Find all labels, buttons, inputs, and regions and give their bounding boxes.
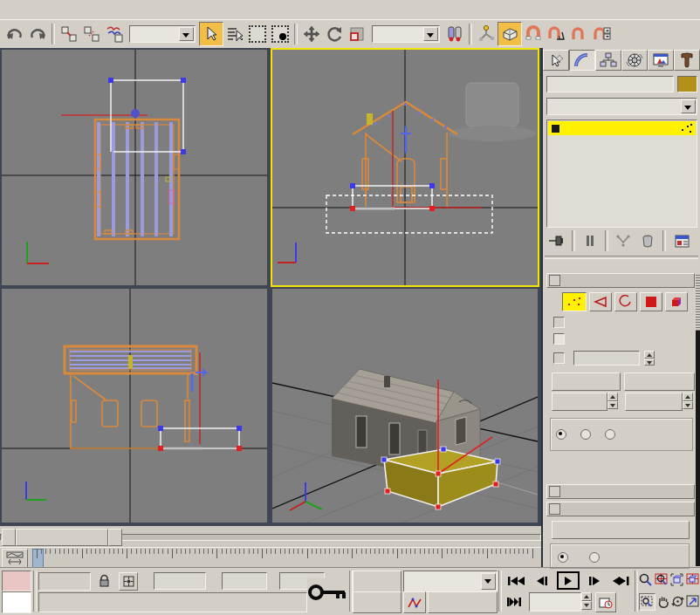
pin-stack-button[interactable] — [543, 232, 569, 249]
by-angle-spinner[interactable] — [644, 351, 655, 366]
object-name-field[interactable] — [546, 76, 674, 92]
stack-expand-toggle[interactable] — [552, 125, 559, 133]
configure-modifier-sets-button[interactable] — [669, 232, 695, 249]
modifier-stack-list[interactable] — [546, 120, 697, 228]
undo-button[interactable] — [3, 23, 26, 45]
zoom-extents-all-button[interactable] — [686, 572, 699, 587]
time-slider-prev-button[interactable] — [2, 529, 16, 546]
menu-modifiers[interactable] — [94, 7, 110, 12]
by-angle-checkbox[interactable] — [553, 352, 565, 364]
select-by-name-button[interactable] — [223, 23, 246, 45]
select-and-link-button[interactable] — [58, 23, 80, 45]
border-subobject-button[interactable] — [614, 292, 637, 311]
next-frame-button[interactable] — [583, 571, 605, 590]
time-configuration-button[interactable] — [595, 592, 616, 612]
go-to-start-button[interactable] — [504, 571, 528, 590]
time-slider-handle[interactable] — [16, 529, 108, 546]
use-pivot-point-center-button[interactable] — [443, 23, 466, 45]
pan-button[interactable] — [656, 593, 669, 609]
shrink-button[interactable] — [552, 372, 621, 391]
remove-modifier-button[interactable] — [635, 232, 660, 249]
reference-coordinate-dropdown[interactable] — [372, 25, 440, 43]
loop-spinner[interactable] — [683, 393, 693, 409]
ring-button[interactable] — [552, 393, 607, 411]
ring-spinner[interactable] — [607, 393, 618, 409]
edge-subobject-button[interactable] — [589, 292, 612, 311]
object-color-swatch[interactable] — [677, 76, 697, 92]
select-object-button[interactable] — [199, 22, 223, 46]
select-and-scale-button[interactable] — [346, 23, 368, 45]
auto-key-button[interactable] — [353, 571, 401, 592]
window-crossing-button[interactable] — [269, 23, 292, 45]
select-and-move-button[interactable] — [300, 23, 323, 45]
menu-animation[interactable] — [110, 7, 126, 12]
tab-display[interactable] — [648, 50, 674, 71]
viewport-back[interactable] — [272, 50, 538, 285]
selection-filter-arrow-icon[interactable] — [179, 27, 194, 41]
redo-button[interactable] — [26, 23, 49, 45]
select-and-manipulate-button[interactable] — [475, 23, 498, 45]
absolute-mode-button[interactable] — [119, 572, 138, 591]
by-angle-field[interactable] — [573, 351, 640, 366]
zoom-extents-button[interactable] — [670, 572, 683, 587]
by-vertex-checkbox[interactable] — [553, 317, 565, 328]
menu-maxscript[interactable] — [173, 7, 189, 12]
track-ruler[interactable] — [28, 548, 538, 567]
collapse-icon[interactable] — [549, 503, 560, 515]
ignore-backfacing-checkbox[interactable] — [553, 333, 565, 345]
unlink-selection-button[interactable] — [80, 23, 103, 45]
bind-to-space-warp-button[interactable] — [103, 23, 126, 45]
stack-item-editable-poly[interactable] — [548, 121, 696, 135]
menu-views[interactable] — [63, 7, 79, 12]
element-subobject-button[interactable] — [665, 292, 688, 311]
reference-coordinate-arrow-icon[interactable] — [423, 27, 438, 41]
angle-snap-button[interactable] — [545, 23, 567, 45]
key-mode-arrow-icon[interactable] — [481, 573, 496, 590]
min-max-toggle-button[interactable] — [686, 593, 699, 609]
make-unique-button[interactable] — [611, 232, 635, 249]
menu-rendering[interactable] — [141, 7, 157, 12]
constraint-edge-radio[interactable] — [589, 552, 600, 563]
tab-create[interactable] — [543, 50, 569, 71]
select-and-rotate-button[interactable] — [323, 23, 346, 45]
rectangular-selection-region-button[interactable] — [246, 23, 269, 45]
play-button[interactable] — [557, 571, 580, 590]
key-mode-dropdown[interactable] — [403, 571, 498, 592]
menu-edit[interactable] — [16, 7, 31, 12]
set-keys-button[interactable] — [307, 578, 347, 606]
set-key-button[interactable] — [353, 591, 401, 613]
modifier-list-arrow-icon[interactable] — [681, 99, 696, 113]
zoom-button[interactable] — [639, 572, 652, 587]
key-step-toggle-button[interactable] — [504, 592, 525, 611]
menu-customize[interactable] — [157, 7, 173, 12]
frame-spinner[interactable] — [581, 592, 592, 610]
preview-multi-radio[interactable] — [605, 429, 615, 440]
menu-group[interactable] — [47, 7, 63, 12]
panel-scrollbar-thumb[interactable] — [696, 275, 700, 331]
arc-rotate-button[interactable] — [671, 593, 684, 609]
loop-button[interactable] — [625, 393, 683, 411]
spinner-snap-button[interactable] — [590, 23, 613, 45]
zoom-region-button[interactable] — [639, 593, 655, 611]
maxscript-mini-listener-pink[interactable] — [2, 571, 31, 591]
tab-utilities[interactable] — [674, 50, 700, 71]
selection-lock-button[interactable] — [94, 572, 113, 589]
y-coordinate-field[interactable] — [222, 572, 267, 590]
show-end-result-button[interactable] — [578, 232, 602, 249]
menu-create[interactable] — [79, 7, 94, 12]
viewport-top[interactable] — [2, 50, 267, 285]
edit-geometry-rollout-header[interactable] — [546, 502, 695, 516]
x-coordinate-field[interactable] — [154, 572, 206, 590]
current-frame-field[interactable] — [529, 592, 581, 612]
key-filters-button[interactable] — [428, 591, 498, 613]
tab-hierarchy[interactable] — [595, 50, 621, 71]
snaps-toggle-button[interactable] — [498, 22, 522, 46]
tab-modify[interactable] — [569, 50, 595, 71]
mini-curve-editor-button[interactable] — [2, 549, 28, 568]
collapse-icon[interactable] — [549, 275, 560, 286]
grow-button[interactable] — [624, 372, 695, 391]
zoom-all-button[interactable] — [655, 572, 668, 587]
viewport-perspective[interactable] — [272, 289, 538, 523]
time-slider-next-button[interactable] — [108, 529, 122, 546]
expand-icon[interactable] — [549, 486, 560, 497]
